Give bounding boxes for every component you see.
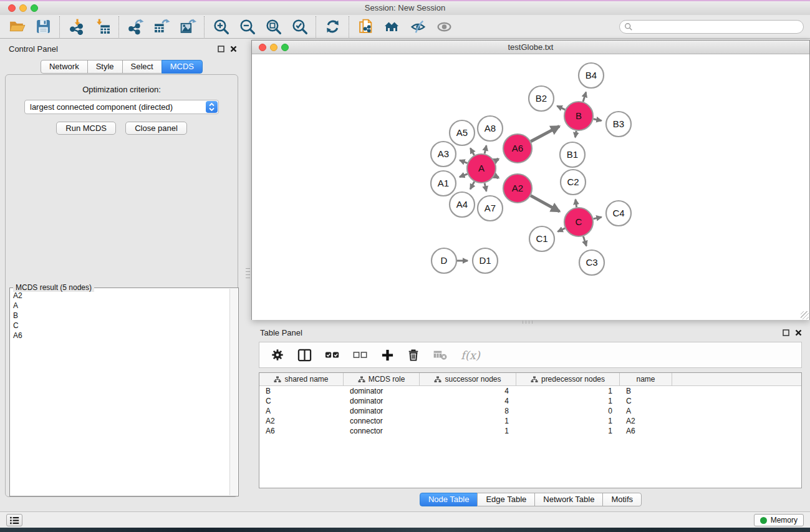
- save-session-button[interactable]: [30, 16, 56, 37]
- show-hide-button[interactable]: [431, 16, 457, 37]
- close-network-window-button[interactable]: [259, 44, 266, 51]
- float-table-panel-button[interactable]: [782, 329, 790, 337]
- graph-edge-C-C3[interactable]: [583, 236, 586, 246]
- graph-edge-C-C4[interactable]: [593, 217, 601, 219]
- graph-edge-A-A4[interactable]: [470, 181, 474, 189]
- graph-node-label: B: [576, 110, 582, 121]
- close-window-button[interactable]: [8, 4, 16, 12]
- graph-node-label: A3: [438, 148, 449, 159]
- table-cell: A2: [259, 417, 344, 425]
- graph-edge-A2-C[interactable]: [531, 196, 559, 212]
- network-from-file-button[interactable]: [352, 16, 378, 37]
- float-panel-button[interactable]: [217, 45, 225, 53]
- search-input[interactable]: [636, 21, 803, 32]
- unselect-all-columns-button[interactable]: [353, 351, 368, 359]
- main-toolbar: [0, 15, 810, 39]
- list-item[interactable]: B: [13, 311, 235, 321]
- graph-edge-A-A8[interactable]: [485, 145, 486, 153]
- create-column-plus-button[interactable]: [381, 349, 394, 362]
- graph-edge-A6-B[interactable]: [531, 126, 559, 141]
- graph-edge-A-A5[interactable]: [470, 148, 474, 155]
- column-header-shared-name[interactable]: shared name: [259, 373, 344, 385]
- tab-motifs[interactable]: Motifs: [602, 493, 642, 506]
- show-columns-button[interactable]: [297, 349, 312, 362]
- home-button[interactable]: [378, 16, 405, 37]
- maximize-window-button[interactable]: [31, 4, 38, 12]
- table-row[interactable]: Bdominator41B: [259, 386, 801, 396]
- graph-node-label: A2: [512, 183, 523, 193]
- graph-edge-B-B3[interactable]: [594, 119, 602, 121]
- column-type-icon: [274, 376, 281, 383]
- tab-style[interactable]: Style: [87, 60, 123, 74]
- zoom-selected-button[interactable]: [286, 16, 312, 37]
- graph-edge-C-C1[interactable]: [557, 228, 565, 231]
- export-image-button[interactable]: [175, 16, 201, 37]
- mcds-result-list[interactable]: A2ABCA6: [10, 288, 238, 343]
- close-panel-action-button[interactable]: Close panel: [125, 122, 187, 135]
- table-cell: connector: [344, 427, 420, 435]
- network-graph[interactable]: B4B2BB3A5A8A6B1A3AC2A1A2A4A7C4CC1C3DD1: [252, 55, 809, 320]
- column-header-MCDS-role[interactable]: MCDS role: [344, 373, 420, 385]
- select-all-columns-button[interactable]: [325, 351, 340, 359]
- list-item[interactable]: A6: [13, 331, 235, 341]
- table-row[interactable]: A6connector11A6: [259, 426, 801, 436]
- graph-edge-C-C2[interactable]: [576, 200, 577, 208]
- result-scrollbar[interactable]: [229, 289, 238, 495]
- zoom-fit-button[interactable]: [260, 16, 286, 37]
- node-table[interactable]: shared nameMCDS rolesuccessor nodesprede…: [259, 372, 802, 488]
- table-settings-gear-button[interactable]: [271, 348, 284, 362]
- column-header-successor-nodes[interactable]: successor nodes: [420, 373, 516, 385]
- list-item[interactable]: C: [13, 321, 235, 331]
- minimize-network-window-button[interactable]: [270, 44, 277, 51]
- vertical-splitter-handle[interactable]: [246, 268, 250, 281]
- network-canvas[interactable]: B4B2BB3A5A8A6B1A3AC2A1A2A4A7C4CC1C3DD1: [252, 55, 809, 320]
- maximize-network-window-button[interactable]: [281, 44, 289, 51]
- task-history-button[interactable]: [6, 514, 22, 526]
- tab-edge-table[interactable]: Edge Table: [477, 493, 535, 506]
- table-row[interactable]: Cdominator41C: [259, 396, 801, 406]
- column-header-predecessor-nodes[interactable]: predecessor nodes: [516, 373, 620, 385]
- style-visibility-button[interactable]: [405, 16, 431, 37]
- list-item[interactable]: A: [13, 301, 235, 311]
- table-row[interactable]: A2connector11A2: [259, 416, 801, 426]
- delete-column-trash-button[interactable]: [407, 348, 420, 362]
- graph-edge-A-A3[interactable]: [460, 160, 467, 163]
- zoom-in-button[interactable]: [208, 16, 234, 37]
- optimization-criterion-select[interactable]: largest connected component (directed): [24, 100, 219, 114]
- minimize-window-button[interactable]: [19, 4, 27, 12]
- column-header-name[interactable]: name: [620, 373, 672, 385]
- import-network-button[interactable]: [63, 16, 89, 37]
- search-box[interactable]: [619, 20, 804, 34]
- close-table-panel-button[interactable]: [794, 329, 803, 337]
- close-panel-button[interactable]: [229, 45, 238, 53]
- graph-edge-A-A7[interactable]: [485, 183, 486, 191]
- network-window-titlebar[interactable]: testGlobe.txt: [252, 41, 809, 54]
- graph-edge-B-B2[interactable]: [557, 106, 565, 110]
- table-row[interactable]: Adominator80A: [259, 406, 801, 416]
- export-table-button[interactable]: [148, 16, 175, 37]
- run-mcds-button[interactable]: Run MCDS: [56, 122, 116, 135]
- graph-edge-A-A1[interactable]: [460, 174, 468, 177]
- tab-network-table[interactable]: Network Table: [534, 493, 603, 506]
- graph-node-label: A7: [485, 203, 496, 213]
- window-resize-grip[interactable]: [801, 311, 809, 319]
- refresh-button[interactable]: [319, 16, 345, 37]
- import-table-button[interactable]: [89, 16, 115, 37]
- network-window: testGlobe.txt B4B2BB3A5A8A6B1A3AC2A1A2A4…: [251, 40, 810, 320]
- memory-button[interactable]: Memory: [754, 514, 804, 526]
- graph-edge-B-B1[interactable]: [575, 131, 576, 138]
- tab-network[interactable]: Network: [41, 60, 88, 74]
- export-network-button[interactable]: [122, 16, 148, 37]
- tab-mcds[interactable]: MCDS: [162, 60, 203, 74]
- zoom-out-button[interactable]: [234, 16, 260, 37]
- graph-edge-B-B4[interactable]: [583, 92, 586, 102]
- tab-select[interactable]: Select: [122, 60, 162, 74]
- refresh-icon: [324, 18, 341, 35]
- open-session-button[interactable]: [4, 16, 30, 37]
- graph-node-label: A6: [512, 143, 523, 153]
- graph-edge-A-A2[interactable]: [494, 176, 498, 178]
- list-item[interactable]: A2: [13, 291, 235, 301]
- graph-edge-A-A6[interactable]: [494, 159, 498, 161]
- tab-node-table[interactable]: Node Table: [420, 493, 478, 506]
- column-header-label: name: [636, 375, 655, 384]
